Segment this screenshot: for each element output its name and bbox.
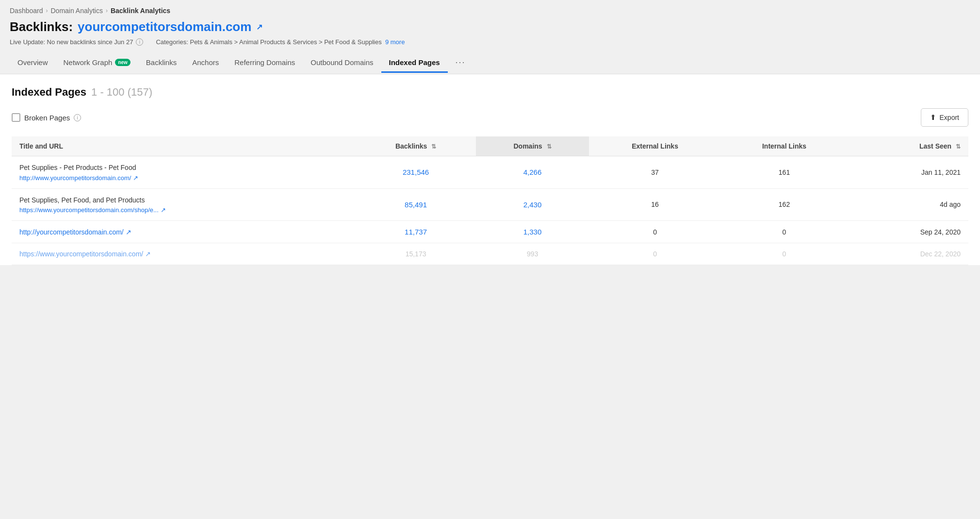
cell-last-seen: Jan 11, 2021 [848,156,968,189]
col-external-links: External Links [589,136,720,156]
cell-internal-links: 0 [721,221,848,243]
tab-network-graph[interactable]: Network Graph new [56,53,138,73]
tab-referring-domains[interactable]: Referring Domains [227,53,303,73]
col-backlinks[interactable]: Backlinks ⇅ [356,136,476,156]
tab-indexed-pages[interactable]: Indexed Pages [381,53,448,73]
tab-outbound-domains-label: Outbound Domains [310,58,373,67]
indexed-pages-table: Title and URL Backlinks ⇅ Domains ⇅ Exte… [12,136,968,265]
cell-backlinks: 85,491 [356,188,476,221]
cell-url-only[interactable]: http://yourcompetitorsdomain.com/ ↗ [19,228,348,236]
col-domains[interactable]: Domains ⇅ [476,136,589,156]
cell-domains: 1,330 [476,221,589,243]
url-external-icon: ↗ [133,174,138,182]
backlinks-sort-icon: ⇅ [431,143,436,150]
cell-url-only[interactable]: https://www.yourcompetitorsdomain.com/ ↗ [19,250,348,258]
url-external-icon: ↗ [126,228,131,236]
tab-network-graph-label: Network Graph [64,58,113,67]
table-row: Pet Supplies, Pet Food, and Pet Products… [12,188,968,221]
cell-internal-links: 0 [721,243,848,265]
categories-more-link[interactable]: 9 more [385,38,405,46]
breadcrumb-sep-1: › [46,7,48,14]
live-update-info-icon[interactable]: i [136,38,143,46]
url-external-icon: ↗ [161,206,166,214]
categories-text: Categories: Pets & Animals > Animal Prod… [156,38,405,46]
tab-outbound-domains[interactable]: Outbound Domains [303,53,381,73]
broken-pages-checkbox[interactable] [12,113,20,122]
export-button[interactable]: ⬆ Export [921,108,968,127]
more-tabs-icon: ··· [456,57,466,67]
main-content: Indexed Pages 1 - 100 (157) Broken Pages… [0,74,980,265]
cell-backlinks: 231,546 [356,156,476,189]
export-icon: ⬆ [930,113,936,122]
cell-internal-links: 162 [721,188,848,221]
categories-label: Categories: Pets & Animals > Animal Prod… [156,38,381,46]
broken-pages-filter[interactable]: Broken Pages i [12,113,81,122]
cell-domains: 4,266 [476,156,589,189]
page-title: Backlinks: yourcompetitorsdomain.com ↗ [10,19,970,34]
nav-tabs: Overview Network Graph new Backlinks Anc… [0,46,980,74]
cell-internal-links: 161 [721,156,848,189]
cell-external-links: 0 [589,243,720,265]
new-badge: new [115,59,130,66]
col-title-url: Title and URL [12,136,356,156]
tab-backlinks[interactable]: Backlinks [138,53,184,73]
breadcrumb-sep-2: › [106,7,108,14]
domains-sort-icon: ⇅ [547,143,552,150]
breadcrumb: Dashboard › Domain Analytics › Backlink … [10,7,970,15]
section-header: Indexed Pages 1 - 100 (157) [12,86,968,99]
cell-url[interactable]: https://www.yourcompetitorsdomain.com/sh… [19,206,348,214]
tab-more[interactable]: ··· [448,52,474,74]
cell-domains: 2,430 [476,188,589,221]
table-row: Pet Supplies - Pet Products - Pet Foodht… [12,156,968,189]
url-external-icon: ↗ [145,250,151,258]
cell-domains: 993 [476,243,589,265]
cell-title: Pet Supplies, Pet Food, and Pet Products [19,196,348,205]
breadcrumb-domain-analytics[interactable]: Domain Analytics [51,7,103,15]
cell-last-seen: Dec 22, 2020 [848,243,968,265]
domain-name[interactable]: yourcompetitorsdomain.com [78,19,251,34]
cell-external-links: 0 [589,221,720,243]
cell-title-url: http://yourcompetitorsdomain.com/ ↗ [12,221,356,243]
external-link-icon[interactable]: ↗ [256,22,262,32]
col-internal-links: Internal Links [721,136,848,156]
section-title: Indexed Pages [12,86,86,99]
broken-pages-info-icon[interactable]: i [74,114,81,121]
tab-overview[interactable]: Overview [10,53,56,73]
cell-backlinks: 15,173 [356,243,476,265]
table-row: http://yourcompetitorsdomain.com/ ↗ 11,7… [12,221,968,243]
tab-anchors[interactable]: Anchors [184,53,227,73]
cell-external-links: 37 [589,156,720,189]
tab-anchors-label: Anchors [192,58,219,67]
cell-external-links: 16 [589,188,720,221]
live-update-bar: Live Update: No new backlinks since Jun … [10,38,970,46]
cell-backlinks: 11,737 [356,221,476,243]
live-update-text: Live Update: No new backlinks since Jun … [10,38,133,46]
cell-title-url: Pet Supplies, Pet Food, and Pet Products… [12,188,356,221]
breadcrumb-dashboard[interactable]: Dashboard [10,7,43,15]
last-seen-sort-icon: ⇅ [956,143,961,150]
filters-row: Broken Pages i ⬆ Export [12,108,968,127]
table-row: https://www.yourcompetitorsdomain.com/ ↗… [12,243,968,265]
section-range: 1 - 100 (157) [91,86,152,99]
cell-title-url: Pet Supplies - Pet Products - Pet Foodht… [12,156,356,189]
tab-overview-label: Overview [17,58,48,67]
table-body: Pet Supplies - Pet Products - Pet Foodht… [12,156,968,265]
export-label: Export [940,114,959,121]
col-last-seen[interactable]: Last Seen ⇅ [848,136,968,156]
cell-title-url: https://www.yourcompetitorsdomain.com/ ↗ [12,243,356,265]
page-title-label: Backlinks: [10,19,73,34]
tab-referring-domains-label: Referring Domains [234,58,295,67]
cell-url[interactable]: http://www.yourcompetitorsdomain.com/ ↗ [19,174,348,182]
breadcrumb-backlink-analytics: Backlink Analytics [111,7,170,15]
table-header-row: Title and URL Backlinks ⇅ Domains ⇅ Exte… [12,136,968,156]
cell-last-seen: Sep 24, 2020 [848,221,968,243]
cell-title: Pet Supplies - Pet Products - Pet Food [19,163,348,173]
broken-pages-label-text: Broken Pages [24,114,70,122]
cell-last-seen: 4d ago [848,188,968,221]
tab-indexed-pages-label: Indexed Pages [389,58,440,67]
tab-backlinks-label: Backlinks [146,58,177,67]
